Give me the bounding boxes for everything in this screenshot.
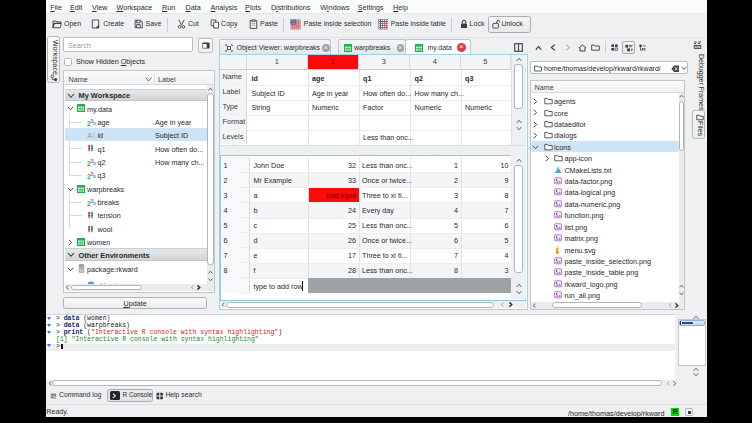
svg-text:a: a — [93, 159, 96, 165]
svg-text:a: a — [93, 199, 96, 205]
svg-text:A: A — [87, 131, 93, 139]
svg-text:a: a — [93, 173, 96, 179]
svg-text:a: a — [93, 119, 96, 125]
